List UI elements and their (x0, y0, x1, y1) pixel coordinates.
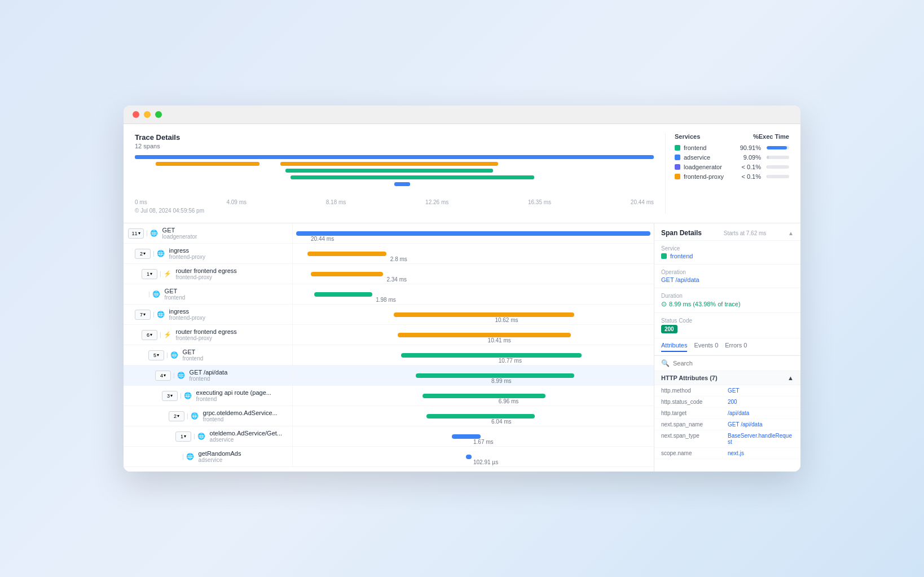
span-service-10: frontend (203, 416, 278, 422)
scrollbar-handle[interactable]: ▲ (788, 230, 794, 236)
span-collapse-11[interactable]: 1 ▾ (175, 431, 191, 442)
spans-section: 11 ▾ | 🌐 GET loadgenerator (124, 223, 800, 472)
timeline-label-0: 0 ms (135, 199, 147, 205)
attr-row-span-type: next.span_type BaseServer.handleRequest (654, 430, 800, 448)
service-bar-fill-loadgenerator (767, 165, 767, 169)
attr-val-span-name: GET /api/data (728, 421, 763, 428)
span-left-8: 4 ▾ | 🌐 GET /api/data frontend (124, 365, 293, 385)
span-service-8: frontend (190, 376, 228, 382)
span-info-11: oteldemo.AdService/Get... adservice (210, 430, 282, 443)
globe-icon-7: 🌐 (170, 351, 178, 359)
globe-icon-10: 🌐 (191, 412, 199, 420)
span-bar-5 (394, 312, 574, 317)
span-duration-12: 102.91 µs (473, 459, 498, 465)
span-row-9[interactable]: 3 ▾ | 🌐 executing api route (page... fro… (124, 386, 654, 406)
span-row-10[interactable]: 2 ▾ | 🌐 grpc.oteldemo.AdService... front… (124, 406, 654, 426)
span-row-6[interactable]: 6 ▾ | ⚡ router frontend egress frontend-… (124, 325, 654, 345)
attr-group-header[interactable]: HTTP Attributes (7) ▲ (654, 371, 800, 385)
status-code-section: Status Code 200 (654, 313, 800, 338)
span-info-3: router frontend egress frontend-proxy (176, 267, 237, 280)
span-row-2[interactable]: 2 ▾ | 🌐 ingress frontend-proxy (124, 244, 654, 264)
span-info-1: GET loadgenerator (162, 227, 197, 240)
span-collapse-2[interactable]: 2 ▾ (135, 249, 151, 259)
span-collapse-1[interactable]: 11 ▾ (128, 228, 144, 239)
span-name-4: GET (165, 288, 186, 294)
span-name-2: ingress (169, 247, 205, 254)
span-bar-9 (423, 394, 545, 398)
mini-bar-7 (394, 182, 410, 186)
services-title: Services (675, 133, 700, 140)
span-left-12: | 🌐 getRandomAds adservice (124, 447, 293, 466)
span-left-3: 1 ▾ | ⚡ router frontend egress frontend-… (124, 264, 293, 284)
span-duration-11: 1.67 ms (473, 439, 494, 445)
span-collapse-10[interactable]: 2 ▾ (169, 411, 184, 421)
maximize-button[interactable] (155, 111, 162, 118)
service-name-adservice: adservice (684, 154, 740, 161)
span-name-10: grpc.oteldemo.AdService... (203, 409, 278, 416)
router-icon-3: ⚡ (164, 270, 171, 278)
operation-value: GET /api/data (661, 276, 794, 283)
service-bar-bg-adservice (767, 156, 789, 159)
span-info-6: router frontend egress frontend-proxy (176, 328, 237, 341)
span-row-4[interactable]: | 🌐 GET frontend 1.98 ms (124, 284, 654, 305)
span-duration-10: 6.04 ms (491, 419, 512, 425)
span-row[interactable]: 11 ▾ | 🌐 GET loadgenerator (124, 223, 654, 244)
span-info-12: getRandomAds adservice (199, 450, 241, 463)
duration-label: Duration (661, 293, 794, 299)
service-bar-fill-frontend (767, 146, 787, 149)
close-button[interactable] (133, 111, 139, 118)
service-pct-frontend-proxy: < 0.1% (741, 173, 761, 180)
span-row-7[interactable]: 5 ▾ | 🌐 GET frontend (124, 345, 654, 365)
span-row-8[interactable]: 4 ▾ | 🌐 GET /api/data frontend (124, 365, 654, 386)
span-left-5: 7 ▾ | 🌐 ingress frontend-proxy (124, 305, 293, 324)
trace-timeline-labels: 0 ms 4.09 ms 8.18 ms 12.26 ms 16.35 ms 2… (135, 199, 654, 205)
span-right-4: 1.98 ms (293, 284, 654, 304)
span-row-3[interactable]: 1 ▾ | ⚡ router frontend egress frontend-… (124, 264, 654, 284)
span-collapse-9[interactable]: 3 ▾ (162, 391, 178, 401)
attr-row-span-name: next.span_name GET /api/data (654, 419, 800, 430)
span-name-5: ingress (169, 308, 205, 315)
trace-title: Trace Details (135, 133, 654, 142)
minimize-button[interactable] (144, 111, 151, 118)
tab-events[interactable]: Events 0 (694, 342, 718, 352)
attr-row-method: http.method GET (654, 385, 800, 397)
status-code-label: Status Code (661, 318, 794, 324)
span-left-10: 2 ▾ | 🌐 grpc.oteldemo.AdService... front… (124, 406, 293, 426)
span-row-5[interactable]: 7 ▾ | 🌐 ingress frontend-proxy (124, 305, 654, 325)
span-collapse-5[interactable]: 7 ▾ (135, 310, 151, 320)
service-label: Service (661, 245, 794, 252)
span-bar-7 (401, 353, 582, 358)
tab-attributes[interactable]: Attributes (661, 342, 687, 352)
service-value: frontend (670, 253, 693, 259)
spans-list[interactable]: 11 ▾ | 🌐 GET loadgenerator (124, 223, 654, 472)
tab-errors[interactable]: Errors 0 (725, 342, 747, 352)
service-color-dot (661, 253, 667, 259)
globe-icon-12: 🌐 (186, 453, 194, 461)
search-input[interactable] (673, 360, 794, 367)
span-collapse-8[interactable]: 4 ▾ (155, 371, 171, 381)
pct-header: %Exec Time (753, 133, 789, 140)
attr-key-span-type: next.span_type (661, 433, 723, 445)
span-bar-10 (426, 414, 535, 419)
browser-titlebar (124, 105, 800, 124)
service-row-frontend-proxy: frontend-proxy < 0.1% (675, 173, 789, 180)
trace-overview-left: Trace Details 12 spans (135, 133, 654, 214)
detail-tabs: Attributes Events 0 Errors 0 (654, 338, 800, 356)
detail-search[interactable]: 🔍 (654, 356, 800, 371)
span-right-9: 6.96 ms (293, 386, 654, 406)
span-collapse-7[interactable]: 5 ▾ (148, 350, 164, 360)
attr-key-status: http.status_code (661, 399, 723, 405)
attr-val-scope: next.js (728, 450, 744, 456)
services-panel: Services %Exec Time frontend 90.91% adse… (665, 133, 789, 214)
timeline-label-2: 8.18 ms (326, 199, 346, 205)
span-left-4: | 🌐 GET frontend (124, 284, 293, 304)
attr-row-status: http.status_code 200 (654, 397, 800, 408)
span-collapse-6[interactable]: 6 ▾ (142, 330, 157, 340)
status-badge: 200 (661, 325, 677, 333)
span-row-11[interactable]: 1 ▾ | 🌐 oteldemo.AdService/Get... adserv… (124, 426, 654, 447)
span-collapse-3[interactable]: 1 ▾ (142, 269, 157, 279)
operation-label: Operation (661, 269, 794, 275)
span-bar-8 (416, 373, 575, 378)
span-row-12[interactable]: | 🌐 getRandomAds adservice 102.91 µs (124, 447, 654, 467)
service-bar-bg-loadgenerator (767, 165, 789, 169)
